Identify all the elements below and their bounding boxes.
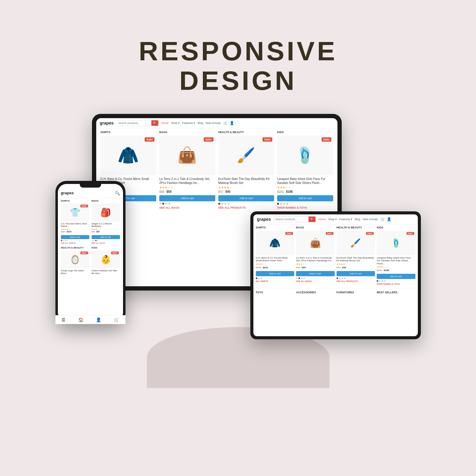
phone-shirts-img: Sale! 👕: [61, 203, 89, 222]
search-bar-small[interactable]: 🔍: [273, 216, 316, 222]
nav-home-large[interactable]: Home: [161, 122, 168, 125]
phone-home-icon[interactable]: 🏠: [78, 317, 83, 321]
phone-shirts-see-all[interactable]: SEE ALL SHIRTS: [61, 242, 89, 244]
furnitures-label: FURNITURES: [337, 291, 375, 294]
small-bags-see-all[interactable]: SEE ALL BAGS: [296, 280, 335, 282]
phone-shirts-badge: Sale!: [80, 205, 88, 207]
cart-icon-small[interactable]: 🛒: [380, 217, 385, 221]
phone-hb-name: Goody Large Two Sided Mirror: [61, 270, 89, 275]
phone-device: grapes 🔍 SHIRTS Sale! 👕 U.S. Polo Assn M…: [55, 181, 125, 324]
small-bags-add-btn[interactable]: Add to cart: [296, 271, 335, 276]
small-tablet-grid: SHIRTS Sale! 🧥 G.H. Bass & Co. Forest Me…: [256, 226, 415, 285]
small-shirts-badge: Sale!: [285, 232, 293, 235]
devices-container: grapes 🔍 Home Shop ▾ Features ▾ Blog New…: [55, 114, 421, 388]
kids-dots: [277, 203, 333, 205]
nav-shop-small[interactable]: Shop ▾: [328, 218, 337, 221]
nav-blog-large[interactable]: Blog: [198, 122, 203, 125]
bags-add-to-cart-button[interactable]: Add to cart: [159, 195, 215, 201]
phone-shirts-add-btn[interactable]: Add to cart: [61, 235, 89, 239]
small-tablet-products: SHIRTS Sale! 🧥 G.H. Bass & Co. Forest Me…: [253, 224, 418, 298]
search-button-large[interactable]: 🔍: [151, 120, 158, 126]
phone-hb-badge: Sale!: [80, 252, 88, 254]
hb-see-all-link[interactable]: SEE ALL PRODUCTS: [218, 206, 274, 209]
cart-icon-large[interactable]: 🛒: [223, 121, 228, 125]
large-hb-card: HEALTH & BEAUTY Sale! 🖌️ EcoTools Start …: [218, 131, 274, 209]
nav-arrivals-small[interactable]: New Arrivals: [363, 218, 378, 221]
phone-bags-add-btn[interactable]: Add to cart: [92, 235, 120, 239]
bags-see-all-link[interactable]: SEE ALL BAGS: [159, 206, 215, 209]
bags-dot-4: [168, 203, 170, 205]
small-bags-price: $68 $59: [296, 266, 335, 269]
phone-hb-product: Sale! 🪞 Goody Large Two Sided Mirror: [61, 250, 89, 275]
bags-category-label: BAGS: [159, 131, 215, 134]
phone-bags-stars: ★★★☆☆: [92, 228, 120, 231]
hb-dot-3: [224, 203, 226, 205]
phone-shirts-old: $364: [61, 231, 66, 233]
small-kids-add-btn[interactable]: Add to cart: [377, 274, 415, 279]
phone-shirts-stars: ★★★★☆: [61, 228, 89, 231]
phone-menu-icon[interactable]: ☰: [62, 317, 65, 321]
bags-dots: [159, 203, 215, 205]
phone-kids-section: KIDS Sale! 👶 Carter's Newborn Girl Take …: [90, 245, 121, 277]
search-input-small[interactable]: [273, 217, 309, 222]
small-shirts-stars: ★★★☆☆: [256, 263, 294, 266]
small-hb-img: Sale! 🖌️: [337, 231, 375, 255]
phone-logo: grapes: [61, 191, 74, 195]
search-input-large[interactable]: [116, 121, 151, 125]
phone-nav: grapes 🔍: [58, 188, 123, 198]
user-icon-small[interactable]: 👤: [387, 217, 391, 221]
nav-home-small[interactable]: Home: [318, 218, 326, 221]
hb-product-name: EcoTools Start The Day Beautifully Kit M…: [218, 177, 274, 185]
search-button-small[interactable]: 🔍: [309, 217, 316, 222]
title-line2: DESIGN: [139, 66, 337, 96]
phone-shirts-new: $314: [67, 231, 72, 233]
hb-product-image: Sale! 🖌️: [218, 136, 274, 175]
small-bags-name: La Terre 2-in-1 Tote & Crossbody Set, 2P…: [296, 256, 335, 262]
nav-shop-large[interactable]: Shop ▾: [171, 122, 180, 125]
kids-stars: ★★★☆☆: [277, 186, 333, 189]
small-kids-badge: Sale!: [407, 232, 414, 235]
kids-add-to-cart-button[interactable]: Add to cart: [277, 195, 333, 201]
phone-kids-product: Sale! 👶 Carter's Newborn Girl Take Me Ho…: [92, 250, 120, 275]
phone-shirts-label: SHIRTS: [61, 199, 89, 202]
bags-product-name: La Terre 2-in-1 Tote & Crossbody Set, 2P…: [159, 177, 215, 185]
hb-new-price: $40: [225, 190, 231, 193]
small-kids-price: $201 $186: [377, 269, 415, 272]
phone-kids-badge: Sale!: [111, 252, 119, 254]
phone-search-icon[interactable]: 🔍: [115, 191, 120, 196]
hb-stars: ★★★★☆: [218, 186, 274, 189]
phone-bags-see-all[interactable]: SEE ALL BAGS: [92, 242, 120, 244]
small-shirts-see-all[interactable]: ALL SHIRTS: [256, 280, 294, 282]
small-kids-see-all[interactable]: SHOP BABIES & TOYS: [377, 283, 415, 285]
phone-shirts-section: SHIRTS Sale! 👕 U.S. Polo Assn Men's Shor…: [60, 198, 90, 245]
phone-hb-label: HEALTH & BEAUTY: [61, 246, 89, 249]
kids-new-price: $186: [286, 190, 293, 193]
phone-bags-product: 🎒 Vibiger 2 in 1 Women Backpack... ★★★☆☆…: [92, 203, 120, 244]
nav-new-arrivals-large[interactable]: New Arrivals: [206, 122, 221, 125]
phone-bags-price: $92 $87: [92, 231, 120, 233]
toys-label: TOYS: [256, 291, 294, 294]
phone-shirts-price: $364 $314: [61, 231, 89, 233]
nav-blog-small[interactable]: Blog: [355, 218, 360, 221]
small-kids-img: Sale! 🩴: [377, 231, 415, 255]
user-icon-large[interactable]: 👤: [230, 121, 234, 125]
small-shirts-add-btn[interactable]: Add to cart: [256, 271, 294, 276]
kids-sale-badge: Sale!: [322, 137, 331, 142]
hb-add-to-cart-button[interactable]: Add to cart: [218, 195, 274, 201]
nav-features-large[interactable]: Features ▾: [182, 122, 195, 125]
phone-cart-icon[interactable]: 🛒: [114, 317, 119, 321]
phone-bags-section: BAGS 🎒 Vibiger 2 in 1 Women Backpack... …: [90, 198, 121, 245]
small-bags-card: BAGS Sale! 👜 La Terre 2-in-1 Tote & Cros…: [296, 226, 335, 285]
small-hb-see-all[interactable]: SEE ALL PRODUCTS: [337, 280, 375, 282]
nav-features-small[interactable]: Features ▾: [339, 218, 352, 221]
hb-dot-2: [221, 203, 223, 205]
search-bar-large[interactable]: 🔍: [116, 120, 159, 126]
small-shirts-img: Sale! 🧥: [256, 231, 294, 255]
phone-user-icon[interactable]: 👤: [96, 317, 101, 321]
small-shirts-price: $646 $622: [256, 266, 294, 269]
small-kids-name: Lavaport Baby Infant Girls Faux Fur Sand…: [377, 256, 415, 265]
kids-see-all-link[interactable]: SHOP BABIES & TOYS: [277, 206, 333, 209]
small-hb-add-btn[interactable]: Add to cart: [337, 271, 375, 276]
large-products-section: SHIRTS Sale! 🧥 G.H. Bass & Co. Forest Me…: [96, 128, 337, 212]
hb-dot-1: [218, 203, 220, 205]
